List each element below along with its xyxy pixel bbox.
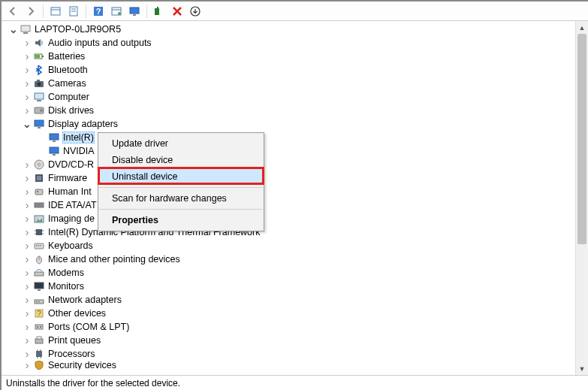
properties-toolbar-button[interactable] bbox=[65, 3, 82, 20]
node-label[interactable]: Other devices bbox=[48, 308, 106, 319]
chevron-down-icon[interactable]: ⌄ bbox=[23, 119, 32, 128]
chevron-right-icon[interactable]: › bbox=[23, 92, 32, 101]
category-node[interactable]: ›Computer bbox=[6, 90, 575, 104]
category-node[interactable]: ›Monitors bbox=[6, 280, 575, 293]
category-node[interactable]: ›Security devices bbox=[6, 361, 575, 370]
node-label[interactable]: Computer bbox=[48, 92, 89, 102]
category-node[interactable]: ›Network adapters bbox=[6, 293, 575, 307]
node-label[interactable]: Bluetooth bbox=[48, 65, 88, 75]
category-node[interactable]: ›Disk drives bbox=[6, 104, 575, 117]
category-node[interactable]: ›?Other devices bbox=[6, 307, 575, 320]
node-label[interactable]: Ports (COM & LPT) bbox=[48, 322, 129, 332]
help-button[interactable]: ? bbox=[90, 3, 107, 20]
category-node[interactable]: ›Human Int bbox=[6, 185, 575, 198]
svg-rect-37 bbox=[35, 189, 43, 195]
node-label[interactable]: Keyboards bbox=[48, 240, 93, 251]
chevron-right-icon[interactable]: › bbox=[23, 361, 32, 370]
category-node[interactable]: ›Processors bbox=[6, 347, 575, 361]
node-label[interactable]: Modems bbox=[48, 268, 84, 278]
chevron-right-icon[interactable]: › bbox=[23, 65, 32, 74]
show-hidden-button[interactable] bbox=[47, 3, 64, 20]
device-item[interactable]: Intel(R) bbox=[6, 131, 575, 144]
scroll-thumb[interactable] bbox=[577, 34, 586, 244]
chevron-right-icon[interactable]: › bbox=[23, 336, 32, 345]
node-label[interactable]: Processors bbox=[48, 349, 95, 359]
node-label[interactable]: Intel(R) bbox=[63, 132, 94, 143]
chevron-right-icon[interactable]: › bbox=[23, 241, 32, 250]
chevron-right-icon[interactable]: › bbox=[23, 309, 32, 318]
category-node[interactable]: ›Firmware bbox=[6, 171, 575, 185]
chevron-right-icon[interactable]: › bbox=[23, 268, 32, 277]
chevron-right-icon[interactable]: › bbox=[23, 187, 32, 196]
menu-item-properties[interactable]: Properties bbox=[98, 212, 264, 228]
category-node[interactable]: ›Batteries bbox=[6, 50, 575, 63]
category-node[interactable]: ›Bluetooth bbox=[6, 63, 575, 77]
node-label[interactable]: LAPTOP-0LJR9OR5 bbox=[35, 24, 121, 35]
chevron-right-icon[interactable]: › bbox=[23, 295, 32, 304]
node-label[interactable]: Imaging de bbox=[48, 213, 95, 224]
device-tree[interactable]: ⌄LAPTOP-0LJR9OR5›Audio inputs and output… bbox=[2, 21, 575, 375]
vertical-scrollbar[interactable]: ▲ ▼ bbox=[575, 21, 588, 375]
category-node[interactable]: ›Imaging de bbox=[6, 212, 575, 225]
node-label[interactable]: Display adapters bbox=[48, 119, 118, 129]
chevron-right-icon[interactable]: › bbox=[23, 106, 32, 115]
category-node[interactable]: ›Mice and other pointing devices bbox=[6, 252, 575, 266]
node-label[interactable]: IDE ATA/AT bbox=[48, 200, 97, 210]
category-node[interactable]: ›Print queues bbox=[6, 334, 575, 347]
category-node[interactable]: ›Modems bbox=[6, 266, 575, 280]
category-node[interactable]: ⌄Display adapters bbox=[6, 117, 575, 131]
node-label[interactable]: Disk drives bbox=[48, 105, 94, 116]
category-node[interactable]: ›Ports (COM & LPT) bbox=[6, 320, 575, 334]
device-item[interactable]: NVIDIA bbox=[6, 144, 575, 158]
menu-item-uninstall-device[interactable]: Uninstall device bbox=[98, 168, 264, 185]
category-node[interactable]: ›Audio inputs and outputs bbox=[6, 36, 575, 50]
chevron-right-icon[interactable]: › bbox=[23, 282, 32, 291]
menu-item-update-driver[interactable]: Update driver bbox=[98, 135, 264, 152]
node-label[interactable]: Mice and other pointing devices bbox=[48, 254, 180, 265]
node-label[interactable]: NVIDIA bbox=[63, 146, 95, 156]
node-label[interactable]: Cameras bbox=[48, 78, 86, 89]
chevron-right-icon[interactable]: › bbox=[23, 255, 32, 264]
chevron-right-icon[interactable]: › bbox=[23, 201, 32, 210]
category-node[interactable]: ›Intel(R) Dynamic Platform and Thermal F… bbox=[6, 225, 575, 239]
chevron-right-icon[interactable]: › bbox=[23, 214, 32, 223]
category-node[interactable]: ›Keyboards bbox=[6, 239, 575, 252]
scroll-track[interactable] bbox=[576, 34, 588, 362]
chevron-right-icon[interactable]: › bbox=[23, 38, 32, 47]
chevron-right-icon[interactable]: › bbox=[23, 52, 32, 61]
update-toolbar-button[interactable] bbox=[187, 3, 204, 20]
category-node[interactable]: ›IDE ATA/AT bbox=[6, 198, 575, 212]
node-label[interactable]: DVD/CD-R bbox=[48, 159, 94, 170]
root-node[interactable]: ⌄LAPTOP-0LJR9OR5 bbox=[6, 23, 575, 36]
scroll-up-button[interactable]: ▲ bbox=[576, 21, 588, 34]
back-button[interactable] bbox=[5, 3, 21, 20]
chevron-right-icon[interactable]: › bbox=[23, 160, 32, 169]
node-label[interactable]: Network adapters bbox=[48, 295, 122, 305]
node-label[interactable]: Human Int bbox=[48, 186, 92, 197]
node-label[interactable]: Batteries bbox=[48, 51, 85, 62]
chevron-down-icon[interactable]: ⌄ bbox=[9, 25, 18, 34]
context-menu: Update driverDisable deviceUninstall dev… bbox=[98, 132, 264, 231]
chevron-right-icon[interactable]: › bbox=[23, 79, 32, 88]
node-label[interactable]: Print queues bbox=[48, 335, 101, 346]
window-small-icon bbox=[110, 5, 122, 17]
node-label[interactable]: Audio inputs and outputs bbox=[48, 38, 152, 48]
node-label[interactable]: Firmware bbox=[48, 173, 87, 183]
uninstall-toolbar-button[interactable] bbox=[169, 3, 185, 20]
chevron-right-icon[interactable]: › bbox=[23, 174, 32, 183]
firmware-icon bbox=[33, 172, 45, 184]
chevron-right-icon[interactable]: › bbox=[23, 228, 32, 237]
add-legacy-button[interactable] bbox=[151, 3, 167, 20]
chevron-right-icon[interactable]: › bbox=[23, 349, 32, 358]
menu-item-disable-device[interactable]: Disable device bbox=[98, 152, 264, 168]
node-label[interactable]: Security devices bbox=[48, 361, 116, 370]
category-node[interactable]: ›DVD/CD-R bbox=[6, 158, 575, 171]
action-button[interactable] bbox=[108, 3, 125, 20]
scan-button[interactable] bbox=[126, 3, 143, 20]
category-node[interactable]: ›Cameras bbox=[6, 77, 575, 90]
node-label[interactable]: Monitors bbox=[48, 281, 84, 292]
chevron-right-icon[interactable]: › bbox=[23, 322, 32, 331]
menu-item-scan-for-hardware-changes[interactable]: Scan for hardware changes bbox=[98, 190, 264, 207]
forward-button[interactable] bbox=[23, 3, 39, 20]
scroll-down-button[interactable]: ▼ bbox=[576, 362, 588, 375]
